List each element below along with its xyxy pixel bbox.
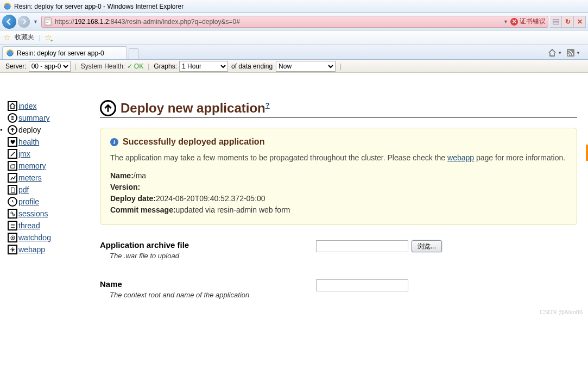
sidebar-item-health[interactable]: health — [8, 136, 100, 148]
alert-body: The application may take a few moments t… — [110, 152, 567, 164]
watermark: CSDN @Alsn86 — [540, 309, 583, 315]
health-status: OK — [134, 63, 143, 70]
page-heading-row: Deploy new application? — [100, 100, 577, 118]
summary-icon — [8, 113, 17, 123]
tab-title: Resin: deploy for server app-0 — [17, 49, 104, 57]
cert-error-icon: ✕ — [510, 18, 518, 26]
feeds-button[interactable]: ▼ — [566, 48, 580, 57]
graphs-range-select[interactable]: 1 Hour — [179, 61, 228, 72]
sidebar-item-pdf[interactable]: pdf — [8, 184, 100, 196]
svg-point-6 — [568, 54, 570, 56]
svg-point-11 — [12, 237, 14, 239]
active-bullet-icon: ● — [0, 127, 3, 132]
upload-icon — [8, 125, 17, 135]
sidebar-nav: index summary ●deploy health jmx memory … — [8, 100, 100, 319]
sidebar-item-profile[interactable]: profile — [8, 196, 100, 208]
graphs-ending-select[interactable]: Now — [276, 61, 336, 72]
graphs-label: Graphs: — [154, 63, 179, 70]
svg-rect-2 — [553, 19, 559, 21]
main-panel: Deploy new application? i Successfully d… — [100, 100, 588, 319]
chevron-down-icon: ▼ — [576, 51, 580, 55]
certificate-error[interactable]: ✕ 证书错误 — [510, 17, 546, 26]
name-field-row: Name The context root and name of the ap… — [100, 279, 577, 299]
name-label: Name — [100, 279, 316, 289]
resin-status-bar: Server: 00 - app-0 | System Health: ✓ OK… — [0, 60, 588, 73]
home-button[interactable]: ▼ — [548, 48, 562, 57]
favorites-bar: ☆ 收藏夹 | ☆+ — [0, 30, 588, 45]
success-alert: i Successfully deployed application The … — [100, 128, 577, 225]
archive-label: Application archive file — [100, 240, 316, 250]
upload-icon — [100, 100, 116, 116]
forward-button[interactable] — [18, 16, 30, 28]
server-label: Server: — [5, 63, 29, 70]
document-icon — [8, 185, 17, 195]
page-content: Server: 00 - app-0 | System Health: ✓ OK… — [0, 60, 588, 319]
url-text: https://192.168.1.2:8443/resin-admin/ind… — [55, 18, 503, 26]
health-label: System Health: — [81, 63, 125, 70]
tab-active[interactable]: Resin: deploy for server app-0 — [2, 46, 127, 59]
refresh-button[interactable]: ↻ — [562, 16, 574, 28]
archive-description: The .war file to upload — [100, 252, 316, 260]
sidebar-item-memory[interactable]: memory — [8, 160, 100, 172]
browser-nav-bar: ▼ https://192.168.1.2:8443/resin-admin/i… — [0, 13, 588, 30]
snowflake-icon — [8, 245, 17, 254]
sidebar-item-watchdog[interactable]: watchdog — [8, 232, 100, 244]
sidebar-item-sessions[interactable]: sessions — [8, 208, 100, 220]
sidebar-item-thread[interactable]: thread — [8, 220, 100, 232]
new-tab-button[interactable] — [129, 48, 138, 59]
archive-field-row: Application archive file The .war file t… — [100, 240, 577, 260]
name-description: The context root and name of the applica… — [100, 291, 316, 299]
server-select[interactable]: 00 - app-0 — [29, 61, 71, 72]
home-icon — [8, 101, 17, 111]
heart-icon — [8, 137, 17, 147]
address-tools: ↻ ✕ — [550, 16, 586, 28]
webapp-link[interactable]: webapp — [447, 153, 474, 162]
decorative-stripe — [586, 145, 588, 161]
clock-icon — [8, 197, 17, 207]
window-title: Resin: deploy for server app-0 - Windows… — [14, 3, 184, 10]
ie-icon — [6, 49, 14, 57]
ending-label: of data ending — [228, 63, 276, 70]
info-icon: i — [110, 138, 118, 146]
alert-title: Successfully deployed application — [123, 137, 264, 147]
health-check-icon: ✓ — [125, 63, 134, 70]
sidebar-item-index[interactable]: index — [8, 100, 100, 112]
name-input[interactable] — [316, 279, 408, 291]
sidebar-item-deploy[interactable]: ●deploy — [8, 124, 100, 136]
compat-view-button[interactable] — [550, 16, 562, 28]
link-icon — [8, 209, 17, 219]
add-favorite-icon[interactable]: ☆+ — [45, 33, 52, 42]
help-link[interactable]: ? — [265, 101, 270, 109]
ie-icon — [3, 2, 11, 10]
favorites-star-icon[interactable]: ☆ — [3, 33, 10, 42]
browse-button[interactable]: 浏览... — [412, 240, 442, 252]
sidebar-item-meters[interactable]: meters — [8, 172, 100, 184]
stop-button[interactable]: ✕ — [574, 16, 586, 28]
chevron-down-icon: ▼ — [558, 51, 562, 55]
sidebar-item-summary[interactable]: summary — [8, 112, 100, 124]
back-button[interactable] — [2, 15, 16, 29]
svg-rect-7 — [10, 165, 14, 168]
address-dropdown-icon[interactable]: ▼ — [503, 19, 508, 24]
nav-history-dropdown[interactable]: ▼ — [31, 19, 40, 24]
jmx-icon — [8, 149, 17, 159]
address-bar[interactable]: https://192.168.1.2:8443/resin-admin/ind… — [41, 16, 548, 28]
deploy-metadata: Name:/ma Version: Deploy date:2024-06-20… — [110, 170, 567, 216]
window-title-bar: Resin: deploy for server app-0 - Windows… — [0, 0, 588, 13]
page-icon — [44, 17, 53, 26]
favorites-label[interactable]: 收藏夹 — [15, 33, 34, 42]
page-title: Deploy new application? — [121, 101, 270, 116]
chart-icon — [8, 173, 17, 183]
svg-rect-3 — [553, 22, 559, 24]
tab-strip: Resin: deploy for server app-0 ▼ ▼ — [0, 45, 588, 60]
archive-file-input[interactable] — [316, 240, 408, 252]
sidebar-item-jmx[interactable]: jmx — [8, 148, 100, 160]
memory-icon — [8, 161, 17, 171]
svg-rect-1 — [45, 18, 51, 25]
watchdog-icon — [8, 233, 17, 242]
thread-icon — [8, 221, 17, 230]
sidebar-item-webapp[interactable]: webapp — [8, 244, 100, 255]
